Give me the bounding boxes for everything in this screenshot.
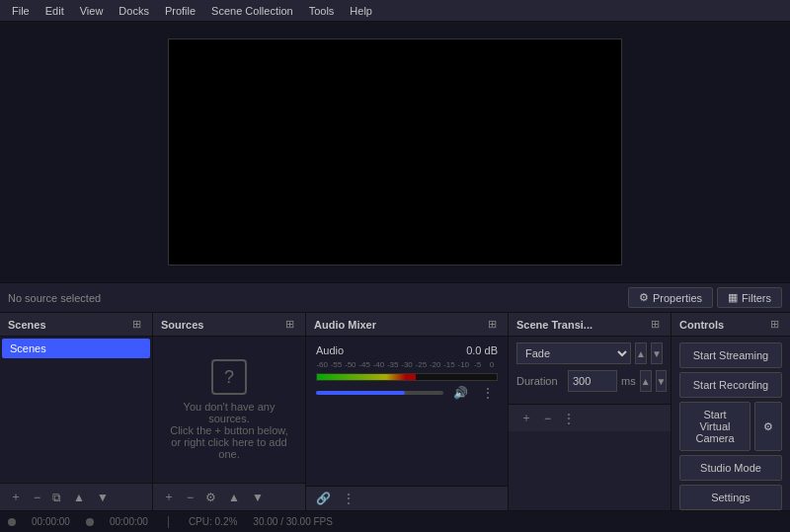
status-separator: [168, 516, 169, 528]
studio-mode-button[interactable]: Studio Mode: [679, 455, 782, 481]
menubar: File Edit View Docks Profile Scene Colle…: [0, 0, 790, 22]
sources-empty-state: ? You don't have any sources.Click the +…: [155, 339, 303, 481]
transitions-type-select[interactable]: Fade Cut Swipe: [516, 342, 631, 364]
scene-item-scenes[interactable]: Scenes: [2, 339, 150, 358]
audio-meter-bar: [316, 373, 498, 381]
virtual-camera-settings-btn[interactable]: ⚙: [754, 402, 782, 451]
meter-label-25: -25: [415, 360, 427, 369]
menu-edit[interactable]: Edit: [38, 3, 72, 19]
meter-label-40: -40: [372, 360, 384, 369]
properties-button[interactable]: ⚙ Properties: [628, 287, 713, 308]
filter-icon: ▦: [728, 291, 738, 304]
main-container: No source selected ⚙ Properties ▦ Filter…: [0, 22, 790, 532]
start-virtual-camera-button[interactable]: Start Virtual Camera: [679, 402, 750, 451]
scenes-up-btn[interactable]: ▲: [69, 490, 89, 505]
audio-panel: Audio Mixer ⊞ Audio 0.0 dB -60 -55 -50 -…: [306, 313, 509, 510]
duration-unit: ms: [621, 375, 636, 387]
source-toolbar: No source selected ⚙ Properties ▦ Filter…: [0, 282, 790, 313]
sources-panel: Sources ⊞ ? You don't have any sources.C…: [153, 313, 306, 510]
scenes-panel-header: Scenes ⊞: [0, 313, 152, 337]
controls-buttons: Start Streaming Start Recording Start Vi…: [672, 337, 790, 532]
scenes-remove-btn[interactable]: −: [30, 490, 44, 505]
audio-title: Audio Mixer: [314, 319, 376, 331]
stream-time: 00:00:00: [32, 516, 70, 527]
meter-label-15: -15: [443, 360, 455, 369]
no-source-label: No source selected: [8, 292, 624, 304]
audio-link-btn[interactable]: 🔗: [312, 491, 335, 506]
menu-profile[interactable]: Profile: [157, 3, 203, 19]
transitions-overflow-btn[interactable]: ⊞: [648, 317, 663, 332]
sources-settings-btn[interactable]: ⚙: [201, 490, 220, 505]
duration-label: Duration: [516, 375, 564, 387]
network-status: [8, 518, 16, 526]
settings-button[interactable]: Settings: [679, 485, 782, 510]
sources-empty-text: You don't have any sources.Click the + b…: [165, 401, 293, 460]
audio-slider-fill: [316, 391, 405, 395]
audio-track-header: Audio 0.0 dB: [316, 344, 498, 356]
audio-more-btn[interactable]: ⋮: [339, 491, 358, 506]
preview-canvas: [168, 38, 622, 266]
audio-volume-slider[interactable]: [316, 391, 443, 395]
scenes-add-btn[interactable]: ＋: [6, 488, 26, 506]
rec-time: 00:00:00: [110, 516, 148, 527]
sources-panel-header: Sources ⊞: [153, 313, 305, 337]
preview-area: [0, 22, 790, 282]
cpu-label: CPU: 0.2%: [189, 516, 237, 527]
meter-label-10: -10: [457, 360, 469, 369]
audio-mute-btn[interactable]: 🔊: [449, 385, 472, 401]
menu-tools[interactable]: Tools: [301, 3, 343, 19]
duration-up-btn[interactable]: ▲: [640, 370, 652, 392]
menu-view[interactable]: View: [72, 3, 112, 19]
sources-overflow-btn[interactable]: ⊞: [282, 317, 297, 332]
transitions-add-btn[interactable]: ＋: [516, 409, 536, 427]
transitions-footer: ＋ − ⋮: [509, 404, 671, 431]
virtual-camera-row: Start Virtual Camera ⚙: [679, 402, 782, 451]
audio-db-value: 0.0 dB: [466, 344, 498, 356]
audio-content: Audio 0.0 dB -60 -55 -50 -45 -40 -35 -30…: [306, 337, 508, 486]
meter-label-55: -55: [330, 360, 342, 369]
scenes-panel: Scenes ⊞ Scenes ＋ − ⧉ ▲ ▼: [0, 313, 153, 510]
properties-label: Properties: [653, 292, 702, 304]
scenes-footer: ＋ − ⧉ ▲ ▼: [0, 483, 152, 510]
meter-label-5: -5: [471, 360, 483, 369]
transitions-panel: Scene Transi... ⊞ Fade Cut Swipe ▲ ▼ Dur…: [509, 313, 672, 510]
audio-meter-labels: -60 -55 -50 -45 -40 -35 -30 -25 -20 -15 …: [316, 360, 498, 369]
menu-help[interactable]: Help: [342, 3, 380, 19]
audio-overflow-btn[interactable]: ⊞: [485, 317, 500, 332]
menu-scene-collection[interactable]: Scene Collection: [203, 3, 301, 19]
audio-settings-btn[interactable]: ⋮: [478, 385, 498, 401]
sources-remove-btn[interactable]: −: [183, 490, 198, 505]
transitions-title: Scene Transi...: [516, 319, 592, 331]
duration-down-btn[interactable]: ▼: [656, 370, 668, 392]
scenes-list: Scenes: [0, 337, 152, 483]
bottom-panels: Scenes ⊞ Scenes ＋ − ⧉ ▲ ▼ Sources ⊞ ?: [0, 313, 790, 510]
scenes-overflow-btn[interactable]: ⊞: [129, 317, 144, 332]
menu-docks[interactable]: Docks: [111, 3, 157, 19]
sources-add-btn[interactable]: ＋: [159, 488, 179, 506]
scenes-duplicate-btn[interactable]: ⧉: [48, 490, 65, 505]
scenes-down-btn[interactable]: ▼: [93, 490, 113, 505]
meter-label-45: -45: [358, 360, 370, 369]
transitions-content: Fade Cut Swipe ▲ ▼ Duration ms ▲ ▼: [509, 337, 671, 404]
sources-up-btn[interactable]: ▲: [224, 490, 244, 505]
meter-label-30: -30: [401, 360, 413, 369]
audio-track-name: Audio: [316, 344, 344, 356]
start-recording-button[interactable]: Start Recording: [679, 372, 782, 398]
sources-content: ? You don't have any sources.Click the +…: [153, 337, 305, 483]
controls-overflow-btn[interactable]: ⊞: [767, 317, 782, 332]
transitions-panel-header: Scene Transi... ⊞: [509, 313, 671, 337]
menu-file[interactable]: File: [4, 3, 38, 19]
transitions-more-btn[interactable]: ⋮: [559, 411, 579, 426]
sources-down-btn[interactable]: ▼: [248, 490, 268, 505]
transitions-type-row: Fade Cut Swipe ▲ ▼: [516, 342, 663, 364]
start-streaming-button[interactable]: Start Streaming: [679, 342, 782, 368]
transitions-type-down[interactable]: ▼: [651, 342, 663, 364]
transitions-remove-btn[interactable]: −: [540, 411, 555, 426]
transitions-duration-row: Duration ms ▲ ▼: [516, 370, 663, 392]
duration-input[interactable]: [568, 370, 617, 392]
filters-button[interactable]: ▦ Filters: [717, 287, 782, 308]
audio-track: Audio 0.0 dB -60 -55 -50 -45 -40 -35 -30…: [308, 339, 506, 407]
transitions-type-up[interactable]: ▲: [635, 342, 647, 364]
meter-label-0: 0: [486, 360, 498, 369]
controls-panel: Controls ⊞ Start Streaming Start Recordi…: [672, 313, 790, 510]
